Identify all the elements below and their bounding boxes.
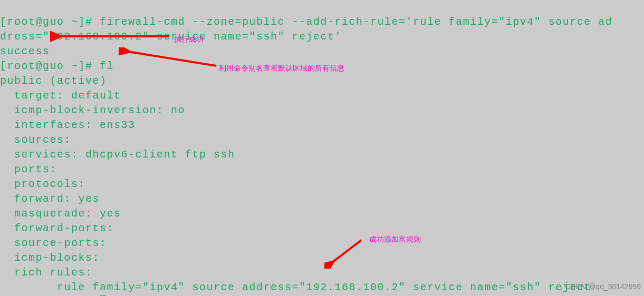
cmd-line-1a: [root@guo ~]# firewall-cmd --zone=public… bbox=[0, 16, 612, 28]
watermark-text: CSDN @qq_36142959 bbox=[565, 279, 641, 294]
zone-masquerade: masquerade: yes bbox=[0, 208, 121, 220]
zone-ports: ports: bbox=[0, 163, 57, 175]
output-success: success bbox=[0, 45, 50, 57]
annotation-success: 执行成功 bbox=[174, 32, 204, 46]
zone-sources: sources: bbox=[0, 134, 71, 146]
annotation-alias: 利用命令别名查看默认区域的所有信息 bbox=[219, 61, 344, 75]
zone-target: target: default bbox=[0, 90, 121, 102]
zone-icmp-block-inversion: icmp-block-inversion: no bbox=[0, 104, 185, 116]
zone-icmp-blocks: icmp-blocks: bbox=[0, 252, 100, 264]
zone-source-ports: source-ports: bbox=[0, 237, 107, 249]
zone-interfaces: interfaces: ens33 bbox=[0, 119, 136, 131]
annotation-richrule: 成功添加富规则 bbox=[369, 232, 421, 246]
zone-rich-rules-label: rich rules: bbox=[0, 267, 93, 279]
zone-services: services: dhcpv6-client ftp ssh bbox=[0, 149, 235, 161]
cmd-line-fl: [root@guo ~]# fl bbox=[0, 60, 114, 72]
cmd-line-1b: dress="192.168.100.2" service name="ssh"… bbox=[0, 31, 342, 43]
terminal-output: [root@guo ~]# firewall-cmd --zone=public… bbox=[0, 0, 612, 296]
zone-header: public (active) bbox=[0, 75, 107, 87]
zone-rich-rule-entry: rule family="ipv4" source address="192.1… bbox=[0, 281, 591, 293]
zone-forward: forward: yes bbox=[0, 193, 100, 205]
zone-protocols: protocols: bbox=[0, 178, 85, 190]
zone-forward-ports: forward-ports: bbox=[0, 222, 114, 234]
